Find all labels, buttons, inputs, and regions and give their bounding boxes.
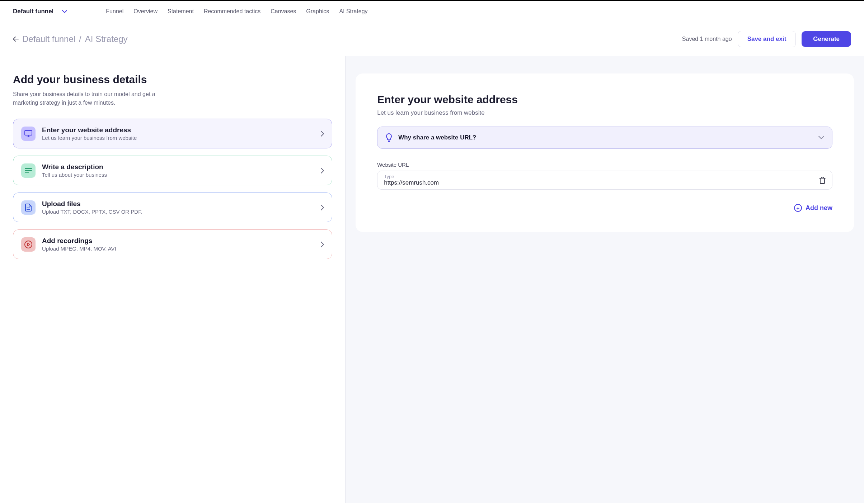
chevron-down-icon [818,136,824,139]
nav-statement[interactable]: Statement [168,8,194,15]
nav-canvases[interactable]: Canvases [271,8,296,15]
option-website[interactable]: Enter your website address Let us learn … [13,119,332,148]
save-and-exit-button[interactable]: Save and exit [738,31,796,47]
add-new-label: Add new [806,204,832,212]
play-circle-icon [21,237,36,252]
saved-status: Saved 1 month ago [682,36,732,42]
option-description[interactable]: Write a description Tell us about your b… [13,156,332,185]
url-placeholder-label: Type [384,174,819,179]
chevron-right-icon [321,242,324,247]
url-field-label: Website URL [377,162,832,168]
svg-point-1 [25,241,32,248]
right-subtitle: Let us learn your business from website [377,109,832,117]
generate-button[interactable]: Generate [802,31,851,47]
nav-overview[interactable]: Overview [133,8,158,15]
breadcrumb-funnel: Default funnel [22,34,75,44]
breadcrumb-page: AI Strategy [85,34,128,44]
option-recordings[interactable]: Add recordings Upload MPEG, MP4, MOV, AV… [13,229,332,259]
nav-recommended-tactics[interactable]: Recommended tactics [204,8,260,15]
file-icon [21,200,36,215]
option-website-desc: Let us learn your business from website [42,135,314,141]
text-lines-icon [21,163,36,178]
back-arrow-icon[interactable] [13,37,19,42]
plus-circle-icon: + [794,204,802,212]
option-upload-files[interactable]: Upload files Upload TXT, DOCX, PPTX, CSV… [13,192,332,222]
option-recordings-desc: Upload MPEG, MP4, MOV, AVI [42,246,314,252]
chevron-right-icon [321,205,324,210]
website-url-input[interactable] [384,179,819,186]
add-new-button[interactable]: + Add new [377,204,832,212]
option-upload-files-title: Upload files [42,200,314,208]
nav-funnel[interactable]: Funnel [106,8,123,15]
chevron-right-icon [321,131,324,137]
breadcrumb-separator: / [79,34,81,44]
svg-rect-0 [25,130,32,135]
chevron-right-icon [321,168,324,173]
left-title: Add your business details [13,73,332,86]
breadcrumb: Default funnel / AI Strategy [13,34,128,44]
monitor-icon [21,127,36,141]
option-recordings-title: Add recordings [42,237,314,245]
option-description-title: Write a description [42,163,314,171]
lightbulb-icon [385,133,393,142]
left-subtitle: Share your business details to train our… [13,90,167,107]
funnel-selector-label: Default funnel [13,8,53,15]
option-description-desc: Tell us about your business [42,172,314,178]
chevron-down-icon [62,10,67,13]
funnel-selector[interactable]: Default funnel [13,8,67,15]
trash-icon[interactable] [819,177,826,184]
option-website-title: Enter your website address [42,126,314,134]
option-upload-files-desc: Upload TXT, DOCX, PPTX, CSV OR PDF. [42,209,314,215]
right-title: Enter your website address [377,94,832,106]
info-banner-text: Why share a website URL? [398,134,813,141]
info-banner[interactable]: Why share a website URL? [377,127,832,149]
url-input-row: Type [377,171,832,190]
nav-ai-strategy[interactable]: AI Strategy [339,8,367,15]
nav-graphics[interactable]: Graphics [306,8,329,15]
